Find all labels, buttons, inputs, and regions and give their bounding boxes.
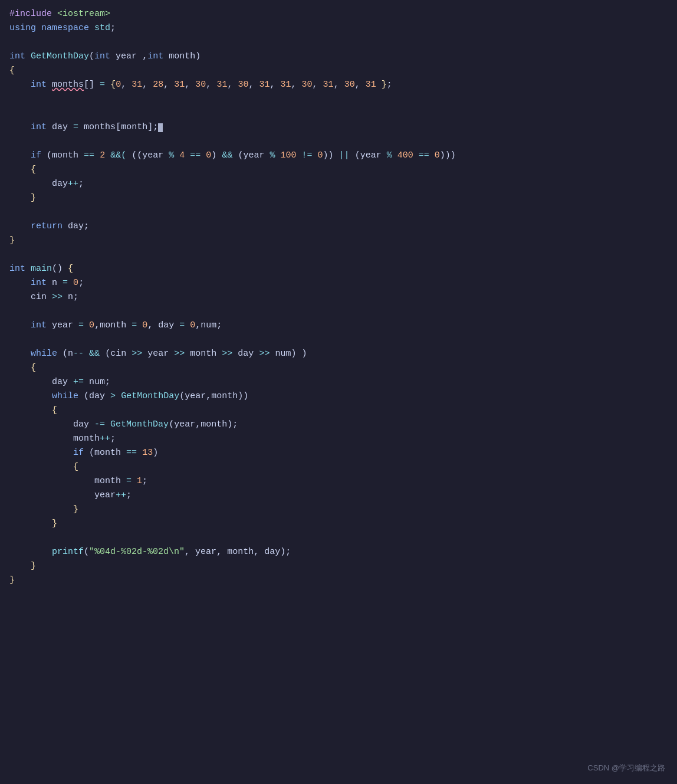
code-line-36: } [0,503,677,517]
code-line-38 [0,531,677,545]
code-line-29: { [0,404,677,418]
code-line-21: cin >> n; [0,290,677,304]
code-line-39: printf("%04d-%02d-%02d\n", year, month, … [0,545,677,559]
code-line-26: { [0,361,677,375]
code-line-14: } [0,191,677,205]
code-line-22 [0,304,677,319]
code-line-34: month = 1; [0,474,677,488]
code-line-13: day++; [0,177,677,191]
code-line-3 [0,35,677,50]
code-line-17: } [0,234,677,248]
code-line-25: while (n-- && (cin >> year >> month >> d… [0,347,677,361]
code-line-31: month++; [0,432,677,446]
code-line-9: int day = months[month]; [0,120,677,135]
code-line-11: if (month == 2 &&( ((year % 4 == 0) && (… [0,149,677,163]
code-line-16: return day; [0,219,677,234]
code-line-5: { [0,64,677,78]
code-line-1: #include <iostream> [0,7,677,21]
code-line-2: using namespace std; [0,21,677,35]
code-line-12: { [0,163,677,177]
code-editor: #include <iostream> using namespace std;… [0,0,677,784]
code-line-4: int GetMonthDay(int year ,int month) [0,50,677,64]
code-line-30: day -= GetMonthDay(year,month); [0,418,677,432]
code-line-8 [0,106,677,120]
code-line-37: } [0,517,677,531]
code-line-28: while (day > GetMonthDay(year,month)) [0,389,677,404]
code-line-33: { [0,460,677,474]
code-line-18 [0,248,677,262]
code-line-20: int n = 0; [0,276,677,290]
watermark-text: CSDN @学习编程之路 [587,762,665,775]
code-line-23: int year = 0,month = 0, day = 0,num; [0,319,677,333]
code-line-6: int months[] = {0, 31, 28, 31, 30, 31, 3… [0,78,677,92]
code-line-10 [0,135,677,149]
code-line-7 [0,92,677,106]
code-line-41: } [0,573,677,588]
code-line-24 [0,333,677,347]
code-line-40: } [0,559,677,573]
code-line-15 [0,205,677,219]
code-line-32: if (month == 13) [0,446,677,460]
code-line-35: year++; [0,488,677,503]
code-line-19: int main() { [0,262,677,276]
code-line-27: day += num; [0,375,677,389]
